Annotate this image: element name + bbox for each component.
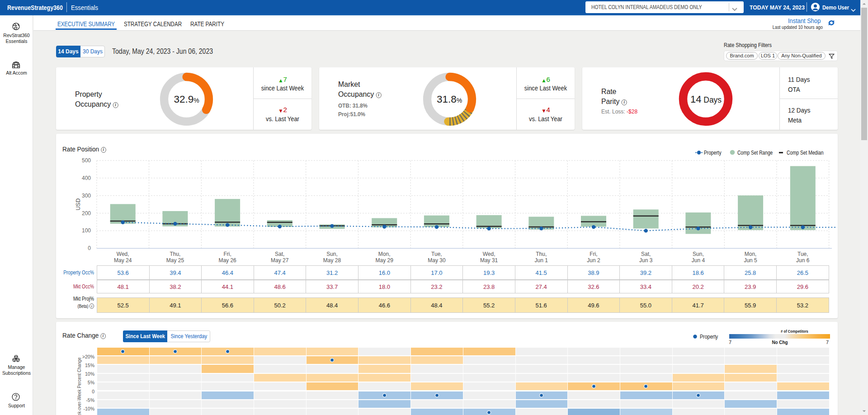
svg-text:Jun 2: Jun 2: [587, 257, 600, 264]
svg-text:Sun,: Sun,: [693, 251, 704, 257]
svg-text:May 27: May 27: [271, 257, 289, 264]
svg-text:May 28: May 28: [323, 257, 341, 264]
svg-text:Jun 3: Jun 3: [639, 257, 653, 264]
svg-text:500: 500: [82, 157, 91, 164]
svg-text:May 31: May 31: [480, 257, 498, 264]
svg-text:Wed,: Wed,: [117, 251, 129, 257]
svg-text:Sat,: Sat,: [641, 251, 651, 257]
svg-text:200: 200: [82, 210, 91, 217]
svg-text:0: 0: [88, 245, 91, 251]
svg-text:USD: USD: [75, 198, 81, 210]
svg-text:Wed,: Wed,: [483, 251, 495, 257]
svg-text:Jun 4: Jun 4: [692, 257, 705, 264]
svg-text:Sat,: Sat,: [275, 251, 284, 257]
svg-text:Mon,: Mon,: [745, 251, 757, 257]
svg-text:400: 400: [82, 175, 91, 181]
svg-text:Sun,: Sun,: [326, 251, 338, 257]
svg-text:Jun 5: Jun 5: [744, 257, 757, 264]
svg-text:Tue,: Tue,: [431, 251, 442, 257]
svg-text:Jun 6: Jun 6: [796, 257, 810, 264]
svg-text:Thu,: Thu,: [170, 251, 180, 257]
svg-text:Jun 1: Jun 1: [535, 257, 548, 264]
svg-text:100: 100: [82, 227, 91, 234]
svg-text:Thu,: Thu,: [536, 251, 547, 257]
svg-text:May 25: May 25: [166, 257, 184, 264]
svg-text:Tue,: Tue,: [797, 251, 808, 257]
svg-text:Mon,: Mon,: [378, 251, 391, 257]
svg-text:300: 300: [82, 193, 91, 199]
svg-text:May 26: May 26: [218, 257, 236, 264]
svg-text:May 29: May 29: [376, 257, 394, 264]
svg-text:Fri,: Fri,: [223, 251, 231, 257]
svg-text:May 24: May 24: [114, 257, 132, 264]
svg-text:May 30: May 30: [428, 257, 446, 264]
svg-text:Fri,: Fri,: [590, 251, 597, 257]
